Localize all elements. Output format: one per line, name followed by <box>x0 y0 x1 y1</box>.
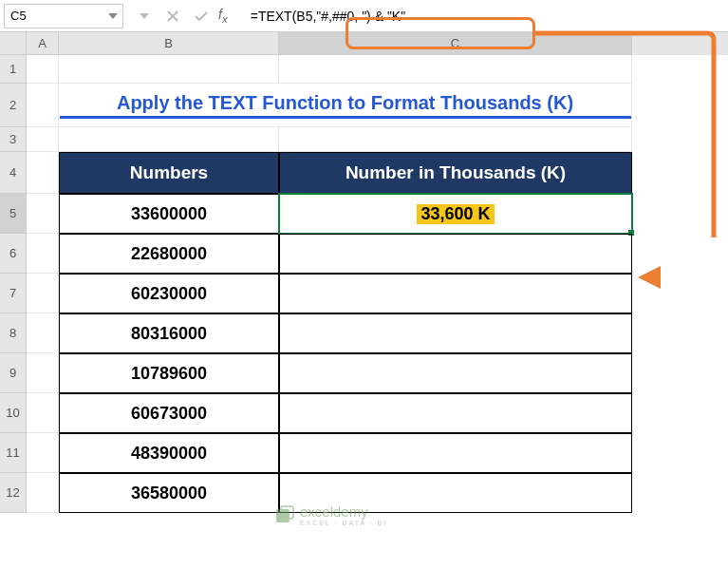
table-row: 80316000 <box>27 313 728 353</box>
cell-A3[interactable] <box>27 127 59 152</box>
cell-A7[interactable] <box>27 274 59 313</box>
cell-A1[interactable] <box>27 55 59 84</box>
grid-area: A B C 1 2 3 4 5 6 7 8 9 10 11 12 <box>0 32 728 513</box>
row-header-3[interactable]: 3 <box>0 127 27 152</box>
cell-C5[interactable]: 33,600 K <box>279 194 632 234</box>
row-header-2[interactable]: 2 <box>0 84 27 127</box>
title-cell[interactable]: Apply the TEXT Function to Format Thousa… <box>59 84 632 127</box>
watermark-icon <box>275 505 294 524</box>
enter-icon[interactable] <box>190 5 213 28</box>
fx-icon[interactable]: fx <box>218 7 228 25</box>
table-row: 60230000 <box>27 274 728 313</box>
name-box-value: C5 <box>10 9 27 23</box>
table-row: Numbers Number in Thousands (K) <box>27 152 728 194</box>
watermark-brand: exceldemy <box>300 503 368 520</box>
name-box-dropdown-icon[interactable] <box>105 8 121 25</box>
column-headers-row: A B C <box>0 32 728 55</box>
cell-B10[interactable]: 60673000 <box>59 393 279 433</box>
grid-body: 1 2 3 4 5 6 7 8 9 10 11 12 Apply <box>0 55 728 513</box>
table-row <box>27 55 728 84</box>
cell-A2[interactable] <box>27 84 59 127</box>
cells-container: Apply the TEXT Function to Format Thousa… <box>27 55 728 513</box>
row-header-7[interactable]: 7 <box>0 274 27 313</box>
cell-B11[interactable]: 48390000 <box>59 433 279 473</box>
watermark-tagline: EXCEL · DATA · BI <box>300 520 387 526</box>
cell-A12[interactable] <box>27 473 59 513</box>
col-header-B[interactable]: B <box>59 32 279 55</box>
table-row: Apply the TEXT Function to Format Thousa… <box>27 84 728 127</box>
cell-A9[interactable] <box>27 353 59 393</box>
cell-A6[interactable] <box>27 234 59 274</box>
row-header-1[interactable]: 1 <box>0 55 27 84</box>
table-header-numbers[interactable]: Numbers <box>59 152 279 194</box>
cell-A8[interactable] <box>27 313 59 353</box>
row-header-11[interactable]: 11 <box>0 433 27 473</box>
formula-text: =TEXT(B5,"#,##0, ") & "K" <box>251 9 405 24</box>
cell-B12[interactable]: 36580000 <box>59 473 279 513</box>
name-box[interactable]: C5 <box>4 4 123 28</box>
cell-A11[interactable] <box>27 433 59 473</box>
table-row <box>27 127 728 152</box>
formula-input[interactable]: =TEXT(B5,"#,##0, ") & "K" <box>245 4 724 28</box>
row-header-12[interactable]: 12 <box>0 473 27 513</box>
svg-rect-0 <box>276 509 289 522</box>
table-row: 60673000 <box>27 393 728 433</box>
select-all-corner[interactable] <box>0 32 27 55</box>
cell-C10[interactable] <box>279 393 632 433</box>
col-header-A[interactable]: A <box>27 32 59 55</box>
cell-A5[interactable] <box>27 194 59 234</box>
row-header-10[interactable]: 10 <box>0 393 27 433</box>
cell-B6[interactable]: 22680000 <box>59 234 279 274</box>
table-row: 22680000 <box>27 234 728 274</box>
cell-B7[interactable]: 60230000 <box>59 274 279 313</box>
table-row: 48390000 <box>27 433 728 473</box>
cell-C11[interactable] <box>279 433 632 473</box>
cancel-icon[interactable] <box>161 5 184 28</box>
row-header-9[interactable]: 9 <box>0 353 27 393</box>
cell-C1[interactable] <box>279 55 632 84</box>
cell-A10[interactable] <box>27 393 59 433</box>
cell-C3[interactable] <box>279 127 632 152</box>
watermark-logo: exceldemy EXCEL · DATA · BI <box>275 503 387 526</box>
row-header-8[interactable]: 8 <box>0 313 27 353</box>
cell-C8[interactable] <box>279 313 632 353</box>
row-header-4[interactable]: 4 <box>0 152 27 194</box>
row-header-5[interactable]: 5 <box>0 194 27 234</box>
page-title: Apply the TEXT Function to Format Thousa… <box>60 92 631 119</box>
result-value: 33,600 K <box>417 204 494 224</box>
table-row: 33600000 33,600 K <box>27 194 728 234</box>
table-header-thousands[interactable]: Number in Thousands (K) <box>279 152 632 194</box>
row-headers: 1 2 3 4 5 6 7 8 9 10 11 12 <box>0 55 27 513</box>
cell-B3[interactable] <box>59 127 279 152</box>
formula-bar-buttons: fx <box>133 5 235 28</box>
cell-C6[interactable] <box>279 234 632 274</box>
cell-B9[interactable]: 10789600 <box>59 353 279 393</box>
cell-B5[interactable]: 33600000 <box>59 194 279 234</box>
cell-B8[interactable]: 80316000 <box>59 313 279 353</box>
cell-A4[interactable] <box>27 152 59 194</box>
col-header-C[interactable]: C <box>279 32 632 55</box>
cell-C7[interactable] <box>279 274 632 313</box>
cell-C9[interactable] <box>279 353 632 393</box>
table-row: 10789600 <box>27 353 728 393</box>
row-header-6[interactable]: 6 <box>0 234 27 274</box>
cell-B1[interactable] <box>59 55 279 84</box>
name-formula-bar: C5 fx =TEXT(B5,"#,##0, ") & "K" <box>0 0 728 32</box>
function-dropdown-icon[interactable] <box>133 5 156 28</box>
